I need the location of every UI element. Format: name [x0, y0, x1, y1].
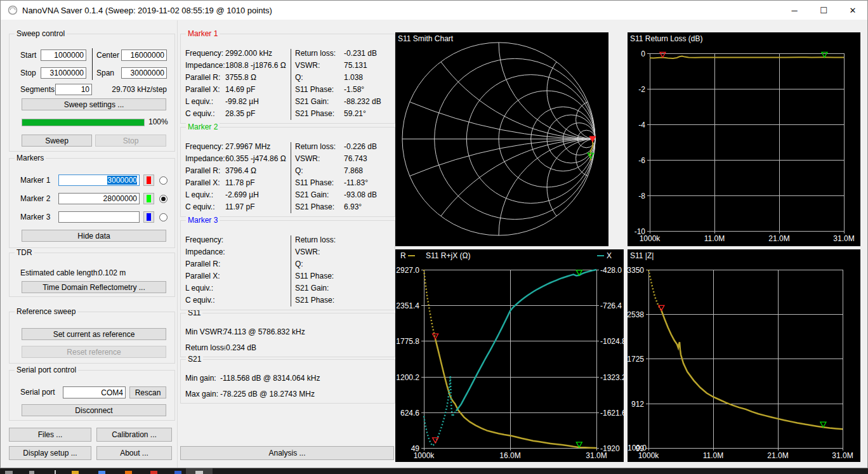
analysis-button[interactable]: Analysis ...	[180, 446, 394, 460]
sweep-progress-bar	[22, 119, 145, 126]
marker-2-frequency-input[interactable]: 28000000	[58, 193, 140, 204]
stop-button[interactable]: Stop	[95, 135, 166, 147]
pinned-app-icon-1[interactable]	[72, 471, 79, 474]
field-label: C equiv.:	[185, 109, 214, 119]
field-value: 75.131	[344, 61, 367, 70]
svg-text:S11 R+jX (Ω): S11 R+jX (Ω)	[426, 251, 470, 260]
marker-1-frequency-input[interactable]: 3000000	[58, 174, 140, 186]
sweep-control-title: Sweep control	[15, 29, 67, 39]
title-bar[interactable]: NanoVNA Saver 0.1.4 (Sweep: 2019-11-02 0…	[1, 1, 867, 20]
field-label: C equiv.:	[185, 202, 214, 212]
svg-text:21.0M: 21.0M	[767, 451, 788, 460]
start-input[interactable]	[41, 49, 86, 61]
hide-data-button[interactable]: Hide data	[22, 230, 166, 242]
marker-2-radio[interactable]	[159, 195, 168, 203]
field-label: L equiv.:	[185, 97, 213, 107]
svg-text:-2: -2	[638, 85, 645, 94]
field-label: Parallel X:	[185, 272, 220, 281]
field-value: 27.9967 MHz	[225, 142, 270, 152]
field-value: 6.93°	[344, 202, 362, 212]
field-label: Q:	[295, 166, 303, 176]
sweep-field-divider	[92, 48, 93, 80]
about-button[interactable]: About ...	[96, 446, 172, 460]
field-label: Parallel X:	[185, 85, 220, 95]
field-label: L equiv.:	[185, 284, 213, 293]
svg-text:-1024.8: -1024.8	[600, 337, 624, 346]
display-setup-button[interactable]: Display setup ...	[9, 446, 91, 460]
stop-input[interactable]	[41, 67, 86, 79]
pinned-app-icon-4[interactable]	[150, 471, 157, 474]
set-reference-button[interactable]: Set current as reference	[22, 328, 166, 340]
marker-3-color	[147, 213, 151, 221]
minimize-button[interactable]: ─	[780, 1, 809, 20]
close-button[interactable]: ✕	[838, 1, 867, 20]
disconnect-button[interactable]: Disconnect	[22, 404, 166, 416]
marker-3-info-panel: Marker 3Frequency:Impedance:Parallel R:P…	[180, 220, 395, 310]
maximize-button[interactable]: ☐	[809, 1, 838, 20]
field-value: -88.232 dB	[344, 97, 381, 107]
files-button[interactable]: Files ...	[9, 428, 91, 442]
field-label: Parallel R:	[185, 260, 220, 269]
marker-2-color-swatch[interactable]	[143, 193, 154, 204]
window-title: NanoVNA Saver 0.1.4 (Sweep: 2019-11-02 0…	[22, 6, 272, 15]
svg-text:100.0: 100.0	[628, 444, 647, 452]
svg-text:-726.4: -726.4	[600, 301, 622, 310]
app-window: NanoVNA Saver 0.1.4 (Sweep: 2019-11-02 0…	[0, 0, 868, 468]
calibration-button[interactable]: Calibration ...	[96, 428, 172, 442]
start-button-icon[interactable]	[5, 471, 13, 474]
marker-2-frequency-value: 28000000	[103, 194, 137, 203]
field-value: -118.568 dB @ 8314.064 kHz	[220, 374, 320, 383]
pinned-app-icon-3[interactable]	[125, 471, 132, 474]
field-label: S11 Phase:	[295, 85, 334, 95]
span-input[interactable]	[121, 67, 167, 79]
marker-1-radio[interactable]	[159, 176, 168, 185]
svg-text:624.6: 624.6	[400, 409, 419, 418]
serial-port-title: Serial port control	[15, 365, 78, 375]
windows-taskbar[interactable]	[0, 468, 868, 474]
marker-3-frequency-input[interactable]	[58, 211, 140, 223]
svg-text:2927.0: 2927.0	[396, 266, 419, 275]
active-app-icon[interactable]	[195, 471, 203, 474]
serial-port-label: Serial port	[20, 388, 55, 397]
text-cursor-fragment[interactable]	[55, 470, 56, 474]
sweep-button[interactable]: Sweep	[22, 135, 92, 147]
marker-1-info-panel: Marker 1Frequency:2992.000 kHzImpedance:…	[180, 34, 395, 124]
segments-input[interactable]	[55, 84, 92, 95]
field-label: Parallel X:	[185, 178, 220, 188]
marker-3-radio[interactable]	[159, 213, 168, 221]
svg-text:-428.0: -428.0	[600, 266, 622, 275]
field-label: Return loss:	[295, 49, 336, 58]
field-value: 59.21°	[344, 109, 366, 119]
marker-1-info-title: Marker 1	[186, 29, 220, 39]
pinned-app-icon-5[interactable]	[174, 471, 181, 474]
svg-text:-10: -10	[635, 227, 646, 236]
center-label: Center	[96, 51, 119, 60]
field-label: Impedance:	[185, 154, 225, 164]
tdr-button[interactable]: Time Domain Reflectometry ...	[22, 281, 166, 293]
sweep-settings-button[interactable]: Sweep settings ...	[22, 98, 166, 110]
field-value: -2.699 µH	[225, 190, 259, 200]
field-label: Min VSWR:	[185, 327, 225, 337]
svg-text:-1920: -1920	[600, 444, 620, 453]
z-magnitude-chart[interactable]: 1000k11.0M21.0M31.0M33502538172591299100…	[628, 249, 860, 462]
field-value: 28.35 pF	[225, 109, 255, 119]
span-label: Span	[96, 69, 114, 78]
field-label: S21 Gain:	[295, 284, 329, 293]
serial-port-input[interactable]	[63, 386, 126, 398]
marker-3-color-swatch[interactable]	[143, 211, 154, 223]
search-icon[interactable]	[29, 471, 34, 474]
smith-chart[interactable]: S11 Smith Chart	[395, 32, 608, 246]
field-label: VSWR:	[295, 61, 320, 70]
field-value: 14.69 pF	[225, 85, 255, 95]
svg-text:31.0M: 31.0M	[832, 451, 853, 460]
center-input[interactable]	[121, 49, 167, 61]
reset-reference-button[interactable]: Reset reference	[22, 346, 166, 358]
rescan-button[interactable]: Rescan	[129, 386, 166, 398]
r-plus-jx-chart[interactable]: 1000k16.0M31.0M2927.02351.41775.81200.26…	[395, 249, 624, 462]
progress-percent: 100%	[148, 117, 168, 127]
return-loss-chart[interactable]: 1000k11.0M21.0M31.0M0-2-4-6-8-10S11 Retu…	[628, 32, 860, 246]
pinned-app-icon-2[interactable]	[98, 471, 105, 474]
field-label: S21 Phase:	[295, 109, 334, 119]
marker-3-label: Marker 3	[20, 213, 50, 222]
marker-1-color-swatch[interactable]	[143, 174, 154, 186]
